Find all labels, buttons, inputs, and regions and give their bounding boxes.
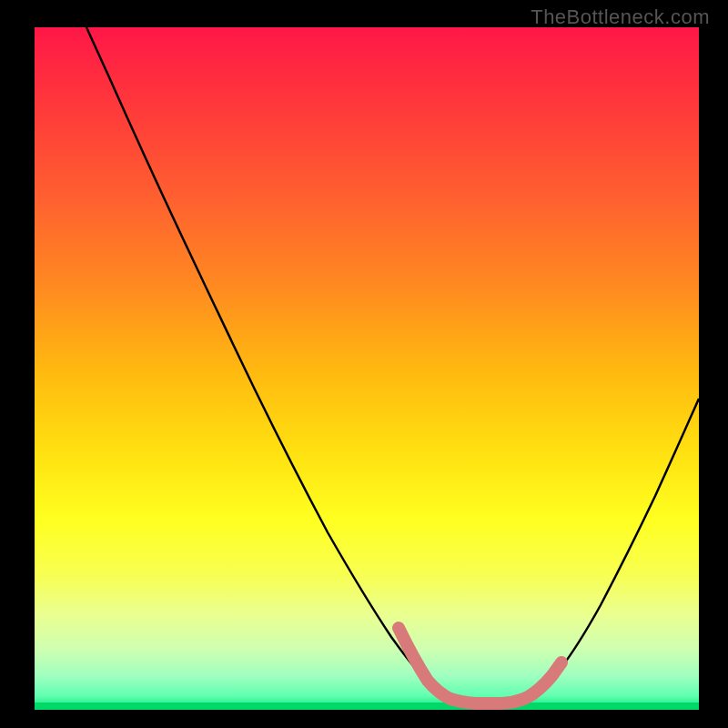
chart-container — [0, 0, 728, 728]
watermark-text: TheBottleneck.com — [531, 5, 710, 29]
bottleneck-chart-svg — [0, 0, 728, 728]
bottom-band — [35, 703, 699, 710]
